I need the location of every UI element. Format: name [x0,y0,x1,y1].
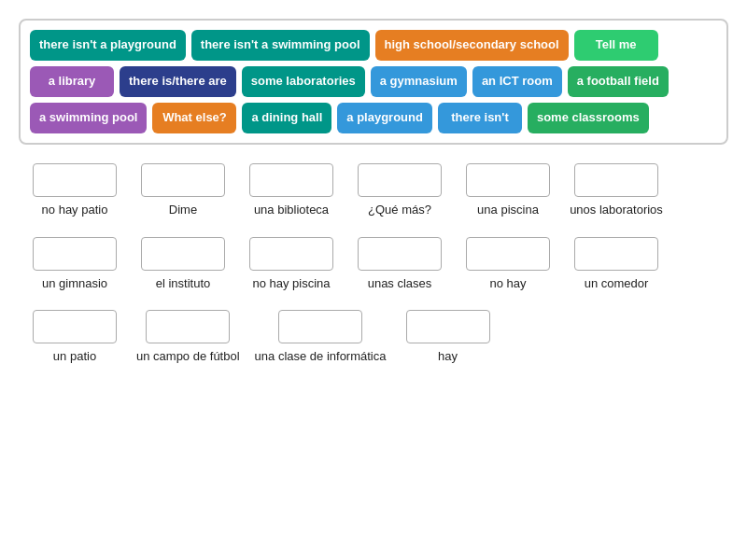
card-c3[interactable]: high school/secondary school [375,30,569,61]
card-c8[interactable]: a gymnasium [371,66,467,97]
cards-grid: there isn't a playgroundthere isn't a sw… [30,30,717,133]
matching-section: no hay patioDimeuna biblioteca¿Qué más?u… [19,163,728,366]
drop-box-0-3[interactable] [358,163,442,197]
card-c14[interactable]: a playground [337,103,432,133]
card-c7[interactable]: some laboratories [242,66,365,97]
match-item-0-1: Dime [136,163,230,218]
card-c11[interactable]: a swimming pool [30,103,147,133]
match-item-2-3: hay [402,310,495,365]
match-item-1-2: no hay piscina [245,237,338,292]
drop-box-0-5[interactable] [574,163,658,197]
match-row-2: un patioun campo de fútboluna clase de i… [28,310,719,365]
match-label-1-4: no hay [489,276,526,292]
match-label-2-3: hay [438,349,458,365]
match-label-1-2: no hay piscina [252,276,330,292]
card-c1[interactable]: there isn't a playground [30,30,186,61]
match-item-0-3: ¿Qué más? [353,163,446,218]
match-item-0-5: unos laboratorios [570,163,663,218]
match-label-1-5: un comedor [585,276,649,292]
match-item-0-4: una piscina [461,163,555,218]
match-label-0-1: Dime [169,203,197,218]
card-c10[interactable]: a football field [568,66,669,97]
match-label-0-3: ¿Qué más? [368,203,431,218]
card-c13[interactable]: a dining hall [242,103,331,133]
match-label-1-1: el instituto [156,276,211,292]
match-item-1-5: un comedor [570,237,663,292]
drop-box-0-0[interactable] [33,163,117,197]
card-c16[interactable]: some classrooms [528,103,649,133]
match-item-1-0: un gimnasio [28,237,121,292]
match-label-2-2: una clase de informática [255,349,387,365]
card-c2[interactable]: there isn't a swimming pool [191,30,370,61]
match-item-1-4: no hay [461,237,555,292]
drop-box-2-3[interactable] [406,310,490,343]
card-c5[interactable]: a library [30,66,114,97]
card-c12[interactable]: What else? [152,103,236,133]
drop-box-2-0[interactable] [33,310,117,343]
match-label-0-2: una biblioteca [254,203,329,218]
match-item-0-2: una biblioteca [245,163,338,218]
drop-box-1-2[interactable] [249,237,333,271]
match-label-0-5: unos laboratorios [570,203,663,218]
match-row-1: un gimnasioel institutono hay piscinauna… [28,237,719,292]
match-label-2-0: un patio [53,349,96,365]
drop-box-0-2[interactable] [249,163,333,197]
drop-box-0-1[interactable] [141,163,225,197]
match-label-1-0: un gimnasio [42,276,107,292]
match-label-0-4: una piscina [477,203,539,218]
match-label-0-0: no hay patio [42,203,108,218]
card-c9[interactable]: an ICT room [472,66,562,97]
drop-box-2-2[interactable] [278,310,362,343]
match-item-2-1: un campo de fútbol [136,310,240,365]
drop-box-2-1[interactable] [146,310,230,343]
card-c6[interactable]: there is/there are [120,66,236,97]
drop-box-1-4[interactable] [466,237,550,271]
drop-box-1-3[interactable] [358,237,442,271]
cards-section: there isn't a playgroundthere isn't a sw… [19,19,728,145]
match-row-0: no hay patioDimeuna biblioteca¿Qué más?u… [28,163,719,218]
drop-box-1-5[interactable] [574,237,658,271]
match-item-1-3: unas clases [353,237,446,292]
card-c15[interactable]: there isn't [438,103,522,133]
card-c4[interactable]: Tell me [574,30,658,61]
match-item-1-1: el instituto [136,237,230,292]
match-item-0-0: no hay patio [28,163,121,218]
drop-box-1-0[interactable] [33,237,117,271]
match-label-2-1: un campo de fútbol [136,349,240,365]
match-item-2-0: un patio [28,310,121,365]
drop-box-0-4[interactable] [466,163,550,197]
match-item-2-2: una clase de informática [255,310,387,365]
match-label-1-3: unas clases [368,276,432,292]
drop-box-1-1[interactable] [141,237,225,271]
